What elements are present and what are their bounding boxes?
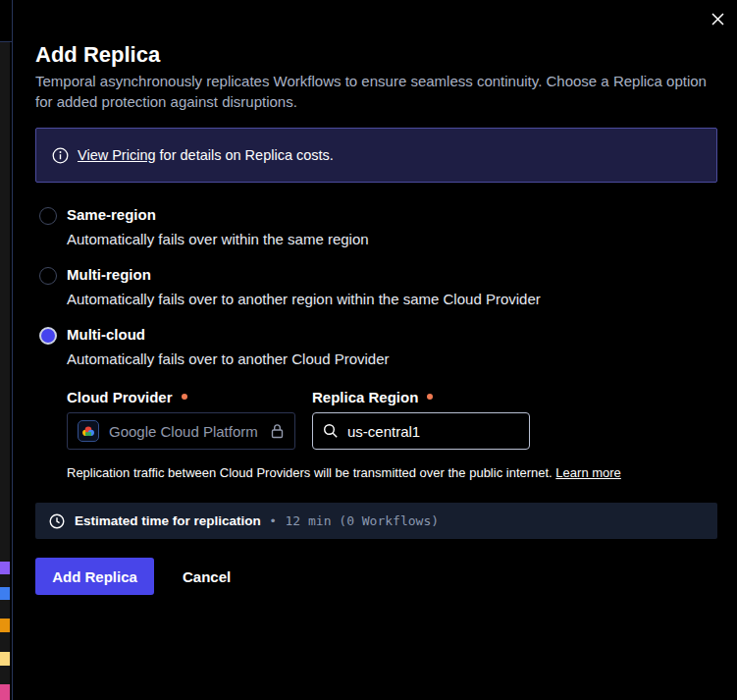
estimate-banner: Estimated time for replication • 12 min …	[35, 503, 717, 539]
estimate-separator: •	[271, 513, 276, 528]
cancel-button[interactable]: Cancel	[173, 558, 240, 595]
radio-same-region[interactable]	[39, 207, 57, 225]
option-description: Automatically fails over to another Clou…	[67, 350, 390, 367]
rail-chip-orange	[0, 619, 10, 632]
pricing-banner-text: View Pricing for details on Replica cost…	[78, 147, 334, 163]
rail-chip-pink	[0, 684, 10, 700]
close-icon	[711, 12, 725, 27]
rail-chip-blue	[0, 587, 10, 600]
backdrop-horizontal-border	[0, 41, 13, 42]
radio-multi-region[interactable]	[39, 267, 57, 285]
learn-more-link[interactable]: Learn more	[555, 465, 620, 480]
estimate-label: Estimated time for replication	[75, 513, 261, 528]
required-dot	[182, 394, 187, 400]
backdrop-vertical-border	[12, 0, 13, 700]
google-cloud-icon	[78, 420, 99, 442]
view-pricing-link[interactable]: View Pricing	[78, 147, 156, 163]
cloud-provider-field: Google Cloud Platform	[67, 412, 295, 450]
option-label[interactable]: Multi-cloud	[67, 326, 145, 343]
option-label[interactable]: Same-region	[67, 206, 156, 223]
backdrop-rail	[0, 42, 10, 700]
cloud-provider-value: Google Cloud Platform	[109, 423, 258, 440]
add-replica-modal: Add Replica Temporal asynchronously repl…	[0, 0, 737, 700]
clock-icon	[49, 513, 65, 529]
page-title: Add Replica	[35, 42, 160, 68]
rail-chip-purple	[0, 562, 10, 574]
option-description: Automatically fails over within the same…	[67, 231, 369, 247]
replica-region-field	[312, 412, 530, 450]
info-circle-icon	[52, 147, 69, 164]
required-dot	[427, 394, 433, 400]
lock-icon	[270, 423, 285, 439]
pricing-info-banner: View Pricing for details on Replica cost…	[35, 128, 717, 183]
modal-description: Temporal asynchronously replicates Workf…	[35, 71, 722, 112]
traffic-note: Replication traffic between Cloud Provid…	[67, 465, 621, 480]
option-label[interactable]: Multi-region	[67, 266, 151, 283]
option-description: Automatically fails over to another regi…	[67, 291, 541, 307]
radio-multi-cloud[interactable]	[39, 327, 57, 345]
replica-region-label: Replica Region	[312, 389, 433, 405]
search-icon	[323, 423, 339, 439]
add-replica-button[interactable]: Add Replica	[35, 558, 154, 595]
cloud-provider-label: Cloud Provider	[67, 389, 187, 405]
estimate-value: 12 min (0 Workflows)	[286, 513, 440, 528]
rail-chip-yellow	[0, 652, 10, 666]
replica-region-input[interactable]	[347, 423, 504, 440]
close-button[interactable]	[708, 9, 727, 28]
